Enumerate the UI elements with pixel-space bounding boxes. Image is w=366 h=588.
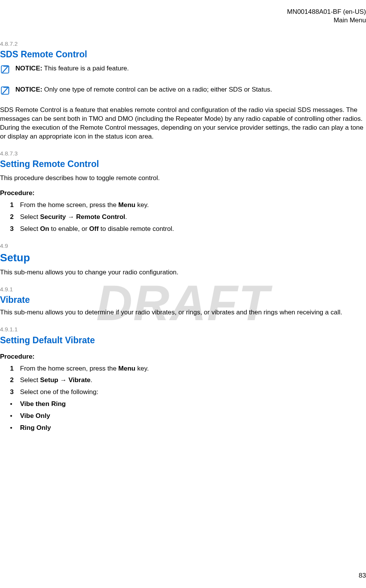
doc-section: Main Menu bbox=[0, 16, 366, 25]
list-item: • Vibe Only bbox=[10, 412, 366, 421]
notice-body: This feature is a paid feature. bbox=[42, 65, 129, 72]
notice-text: NOTICE: Only one type of remote control … bbox=[15, 85, 366, 94]
ordered-list: 1 From the home screen, press the Menu k… bbox=[10, 364, 366, 397]
notice-icon bbox=[0, 85, 11, 96]
step-text: Select On to enable, or Off to disable r… bbox=[20, 225, 366, 234]
list-item: 3 Select On to enable, or Off to disable… bbox=[10, 225, 366, 234]
step-text: Select Setup → Vibrate. bbox=[20, 376, 366, 385]
notice-label: NOTICE: bbox=[15, 65, 42, 72]
section-setting-remote-control: 4.8.7.3 Setting Remote Control This proc… bbox=[0, 150, 366, 234]
bullet-icon: • bbox=[10, 400, 20, 409]
notice-icon bbox=[0, 64, 11, 75]
section-title: Setup bbox=[0, 251, 366, 265]
step-text: From the home screen, press the Menu key… bbox=[20, 201, 366, 210]
page-number: 83 bbox=[359, 571, 366, 580]
body-paragraph: This sub-menu allows you to determine if… bbox=[0, 308, 366, 317]
step-number: 2 bbox=[10, 376, 20, 385]
body-paragraph: This sub-menu allows you to change your … bbox=[0, 268, 366, 277]
list-item: 1 From the home screen, press the Menu k… bbox=[10, 201, 366, 210]
list-item: 3 Select one of the following: bbox=[10, 388, 366, 397]
intro-paragraph: This procedure describes how to toggle r… bbox=[0, 174, 366, 183]
notice-block: NOTICE: This feature is a paid feature. bbox=[0, 63, 366, 78]
section-setup: 4.9 Setup This sub-menu allows you to ch… bbox=[0, 242, 366, 277]
step-text: Select one of the following: bbox=[20, 388, 366, 397]
bullet-icon: • bbox=[10, 412, 20, 421]
section-setting-default-vibrate: 4.9.1.1 Setting Default Vibrate Procedur… bbox=[0, 326, 366, 433]
bullet-list: • Vibe then Ring • Vibe Only • Ring Only bbox=[10, 400, 366, 433]
bullet-text: Vibe then Ring bbox=[20, 400, 366, 409]
section-number: 4.9.1.1 bbox=[0, 326, 366, 333]
step-text: From the home screen, press the Menu key… bbox=[20, 364, 366, 373]
notice-text: NOTICE: This feature is a paid feature. bbox=[15, 63, 366, 73]
section-title: Setting Default Vibrate bbox=[0, 334, 366, 346]
bullet-icon: • bbox=[10, 424, 20, 433]
list-item: 2 Select Setup → Vibrate. bbox=[10, 376, 366, 385]
list-item: 2 Select Security → Remote Control. bbox=[10, 213, 366, 222]
notice-block: NOTICE: Only one type of remote control … bbox=[0, 85, 366, 99]
section-number: 4.9.1 bbox=[0, 286, 366, 293]
page-header: MN001488A01-BF (en-US) Main Menu bbox=[0, 8, 366, 25]
procedure-label: Procedure: bbox=[0, 189, 366, 198]
list-item: • Ring Only bbox=[10, 424, 366, 433]
section-vibrate: 4.9.1 Vibrate This sub-menu allows you t… bbox=[0, 286, 366, 317]
step-number: 3 bbox=[10, 388, 20, 397]
body-paragraph: SDS Remote Control is a feature that ena… bbox=[0, 106, 366, 141]
section-number: 4.9 bbox=[0, 242, 366, 250]
bullet-text: Vibe Only bbox=[20, 412, 366, 421]
section-number: 4.8.7.3 bbox=[0, 150, 366, 157]
section-title: SDS Remote Control bbox=[0, 48, 366, 60]
step-number: 1 bbox=[10, 201, 20, 210]
section-sds-remote-control: 4.8.7.2 SDS Remote Control NOTICE: This … bbox=[0, 40, 366, 141]
section-title: Setting Remote Control bbox=[0, 158, 366, 170]
doc-id: MN001488A01-BF (en-US) bbox=[0, 8, 366, 16]
notice-body: Only one type of remote control can be a… bbox=[42, 86, 272, 93]
procedure-label: Procedure: bbox=[0, 352, 366, 361]
section-title: Vibrate bbox=[0, 294, 366, 306]
step-number: 3 bbox=[10, 225, 20, 234]
section-number: 4.8.7.2 bbox=[0, 40, 366, 48]
step-number: 1 bbox=[10, 364, 20, 373]
step-text: Select Security → Remote Control. bbox=[20, 213, 366, 222]
notice-label: NOTICE: bbox=[15, 86, 42, 93]
step-number: 2 bbox=[10, 213, 20, 222]
list-item: 1 From the home screen, press the Menu k… bbox=[10, 364, 366, 373]
bullet-text: Ring Only bbox=[20, 424, 366, 433]
list-item: • Vibe then Ring bbox=[10, 400, 366, 409]
ordered-list: 1 From the home screen, press the Menu k… bbox=[10, 201, 366, 234]
